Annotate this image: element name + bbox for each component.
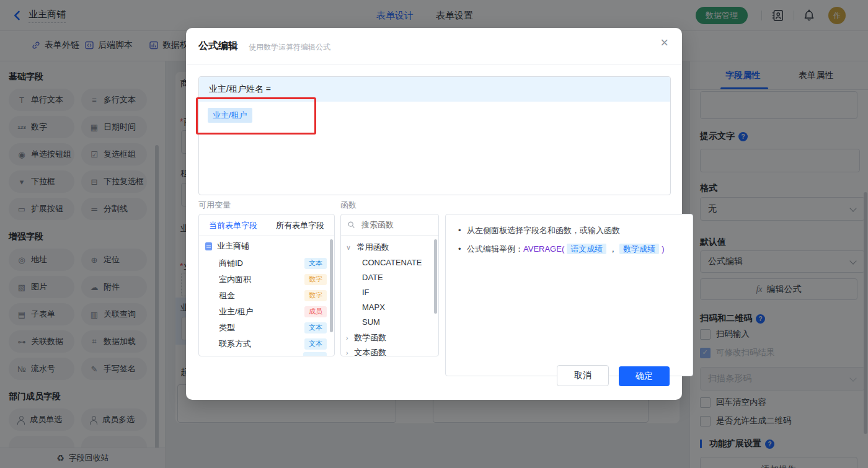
field-type-badge: 数字 <box>304 290 327 301</box>
formula-field-chip[interactable]: 业主/租户 <box>208 108 252 123</box>
tip-line-2: 公式编辑举例：AVERAGE(语文成绩，数学成绩) <box>457 243 681 255</box>
tab-all-form-fields[interactable]: 所有表单字段 <box>276 220 324 231</box>
formula-editor: 业主/租户姓名 = 业主/租户 <box>198 76 671 195</box>
field-type-badge: 数字 <box>304 274 327 285</box>
function-item[interactable]: DATE <box>362 273 383 282</box>
variables-root-node[interactable]: 业主商铺 <box>199 238 334 254</box>
modal-subtitle: 使用数学运算符编辑公式 <box>249 42 330 53</box>
confirm-button[interactable]: 确定 <box>619 366 670 386</box>
search-icon <box>347 221 355 229</box>
function-item[interactable]: CONCATENATE <box>362 258 422 267</box>
variable-field-row[interactable]: 室内面积 数字 <box>199 272 334 288</box>
function-group-common[interactable]: ∨ 常用函数 <box>346 242 389 253</box>
variables-scrollbar[interactable] <box>330 239 333 332</box>
variable-field-row[interactable]: 类型 文本 <box>199 320 334 336</box>
variable-field-row[interactable]: 业主/租户 成员 <box>199 304 334 320</box>
field-type-badge: 成员 <box>304 306 327 317</box>
formula-edit-modal: 公式编辑 使用数学运算符编辑公式 × 业主/租户姓名 = 业主/租户 可用变量 … <box>186 28 682 400</box>
tab-current-form-fields[interactable]: 当前表单字段 <box>209 220 257 231</box>
clipped-badge <box>303 352 327 356</box>
functions-scrollbar[interactable] <box>434 239 437 314</box>
field-type-badge: 文本 <box>304 338 327 349</box>
cancel-button[interactable]: 取消 <box>557 365 609 386</box>
divider <box>186 64 682 64</box>
variables-label: 可用变量 <box>198 200 231 211</box>
close-icon[interactable]: × <box>660 36 668 50</box>
functions-panel: ∨ 常用函数 CONCATENATE DATE IF MAPX SUM › 数学… <box>340 214 439 356</box>
function-group-math[interactable]: › 数学函数 <box>346 332 386 343</box>
chevron-right-icon: › <box>346 334 348 342</box>
variables-panel: 当前表单字段 所有表单字段 业主商铺 商铺ID 文本 室内面积 数字 租金 数字… <box>198 214 335 356</box>
variable-field-row[interactable]: 联系方式 文本 <box>199 336 334 352</box>
chevron-down-icon: ∨ <box>346 244 351 251</box>
function-item[interactable]: IF <box>362 288 370 297</box>
chevron-right-icon: › <box>346 349 348 356</box>
field-type-badge: 文本 <box>304 258 327 268</box>
function-search-input[interactable] <box>360 219 425 230</box>
functions-label: 函数 <box>340 200 356 211</box>
form-document-icon <box>205 242 212 250</box>
function-item[interactable]: MAPX <box>362 302 385 312</box>
example-field-chip: 语文成绩 <box>567 244 606 254</box>
formula-target: 业主/租户姓名 = <box>199 77 670 102</box>
variable-field-row[interactable]: 商铺ID 文本 <box>199 255 334 272</box>
tip-line-1: 从左侧面板选择字段名和函数，或输入函数 <box>457 224 681 237</box>
tips-panel: 从左侧面板选择字段名和函数，或输入函数 公式编辑举例：AVERAGE(语文成绩，… <box>445 214 693 376</box>
example-field-chip: 数学成绩 <box>619 244 659 254</box>
variable-field-row[interactable]: 租金 数字 <box>199 288 334 304</box>
function-name-example: AVERAGE( <box>523 244 564 254</box>
function-item[interactable]: SUM <box>362 317 380 327</box>
field-type-badge: 文本 <box>304 322 327 333</box>
modal-title: 公式编辑 <box>198 40 238 53</box>
function-search[interactable] <box>341 214 438 236</box>
function-group-text[interactable]: › 文本函数 <box>346 347 386 356</box>
